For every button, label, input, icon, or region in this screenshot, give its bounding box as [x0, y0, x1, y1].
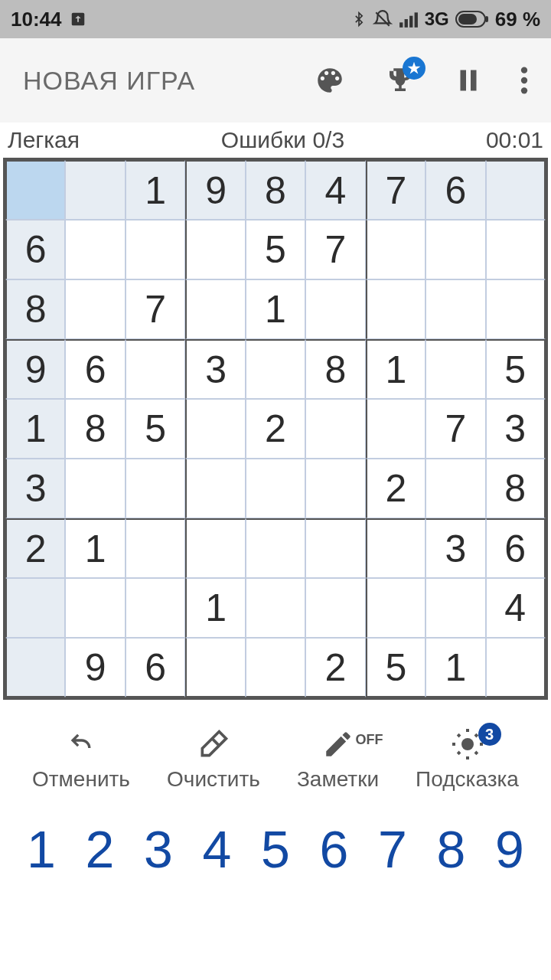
- num-7-button[interactable]: 7: [365, 819, 420, 879]
- cell-r3-c1[interactable]: 6: [65, 339, 125, 399]
- cell-r3-c6[interactable]: 1: [366, 339, 425, 399]
- cell-r6-c2[interactable]: [126, 518, 185, 578]
- cell-r2-c4[interactable]: 1: [246, 279, 305, 339]
- cell-r6-c4[interactable]: [246, 518, 305, 578]
- cell-r2-c5[interactable]: [305, 279, 365, 339]
- cell-r7-c2[interactable]: [126, 578, 185, 638]
- cell-r5-c1[interactable]: [65, 459, 125, 518]
- cell-r1-c8[interactable]: [486, 220, 546, 279]
- hint-button[interactable]: 3 Подсказка: [416, 726, 519, 792]
- trophy-button[interactable]: [384, 64, 416, 96]
- cell-r8-c5[interactable]: 2: [305, 638, 365, 697]
- cell-r3-c2[interactable]: [126, 339, 185, 399]
- cell-r3-c0[interactable]: 9: [5, 339, 65, 399]
- cell-r7-c4[interactable]: [246, 578, 305, 638]
- cell-r2-c3[interactable]: [185, 279, 245, 339]
- cell-r1-c5[interactable]: 7: [305, 220, 365, 279]
- cell-r0-c6[interactable]: 7: [366, 160, 425, 220]
- num-3-button[interactable]: 3: [131, 819, 186, 879]
- cell-r5-c6[interactable]: 2: [366, 459, 425, 518]
- appbar-title[interactable]: НОВАЯ ИГРА: [23, 66, 195, 96]
- cell-r5-c7[interactable]: [425, 459, 485, 518]
- cell-r2-c6[interactable]: [366, 279, 425, 339]
- cell-r1-c2[interactable]: [126, 220, 185, 279]
- cell-r4-c2[interactable]: 5: [126, 399, 185, 459]
- cell-r6-c7[interactable]: 3: [425, 518, 485, 578]
- cell-r1-c3[interactable]: [185, 220, 245, 279]
- undo-button[interactable]: Отменить: [32, 726, 130, 792]
- cell-r5-c8[interactable]: 8: [486, 459, 546, 518]
- cell-r1-c1[interactable]: [65, 220, 125, 279]
- cell-r0-c3[interactable]: 9: [185, 160, 245, 220]
- cell-r2-c1[interactable]: [65, 279, 125, 339]
- cell-r6-c8[interactable]: 6: [486, 518, 546, 578]
- cell-r2-c0[interactable]: 8: [5, 279, 65, 339]
- cell-r0-c8[interactable]: [486, 160, 546, 220]
- cell-r8-c8[interactable]: [486, 638, 546, 697]
- cell-r1-c6[interactable]: [366, 220, 425, 279]
- cell-r8-c2[interactable]: 6: [126, 638, 185, 697]
- cell-r0-c7[interactable]: 6: [425, 160, 485, 220]
- num-4-button[interactable]: 4: [190, 819, 245, 879]
- cell-r1-c4[interactable]: 5: [246, 220, 305, 279]
- num-5-button[interactable]: 5: [248, 819, 303, 879]
- cell-r3-c4[interactable]: [246, 339, 305, 399]
- cell-r4-c1[interactable]: 8: [65, 399, 125, 459]
- cell-r4-c0[interactable]: 1: [5, 399, 65, 459]
- pause-button[interactable]: [455, 64, 482, 96]
- notes-button[interactable]: OFF Заметки: [297, 726, 379, 792]
- cell-r2-c7[interactable]: [425, 279, 485, 339]
- cell-r4-c5[interactable]: [305, 399, 365, 459]
- cell-r7-c7[interactable]: [425, 578, 485, 638]
- cell-r1-c0[interactable]: 6: [5, 220, 65, 279]
- cell-r4-c7[interactable]: 7: [425, 399, 485, 459]
- cell-r7-c0[interactable]: [5, 578, 65, 638]
- cell-r5-c2[interactable]: [126, 459, 185, 518]
- cell-r3-c5[interactable]: 8: [305, 339, 365, 399]
- cell-r6-c5[interactable]: [305, 518, 365, 578]
- cell-r7-c3[interactable]: 1: [185, 578, 245, 638]
- cell-r5-c5[interactable]: [305, 459, 365, 518]
- cell-r0-c4[interactable]: 8: [246, 160, 305, 220]
- cell-r6-c6[interactable]: [366, 518, 425, 578]
- cell-r2-c8[interactable]: [486, 279, 546, 339]
- cell-r4-c3[interactable]: [185, 399, 245, 459]
- cell-r7-c6[interactable]: [366, 578, 425, 638]
- theme-button[interactable]: [314, 64, 346, 96]
- cell-r8-c6[interactable]: 5: [366, 638, 425, 697]
- num-2-button[interactable]: 2: [73, 819, 128, 879]
- cell-r6-c0[interactable]: 2: [5, 518, 65, 578]
- cell-r8-c4[interactable]: [246, 638, 305, 697]
- overflow-menu-button[interactable]: [520, 64, 528, 96]
- cell-r7-c8[interactable]: 4: [486, 578, 546, 638]
- cell-r7-c5[interactable]: [305, 578, 365, 638]
- cell-r6-c3[interactable]: [185, 518, 245, 578]
- num-8-button[interactable]: 8: [424, 819, 479, 879]
- cell-r0-c5[interactable]: 4: [305, 160, 365, 220]
- erase-button[interactable]: Очистить: [167, 726, 260, 792]
- cell-r0-c1[interactable]: [65, 160, 125, 220]
- cell-r3-c8[interactable]: 5: [486, 339, 546, 399]
- cell-r8-c7[interactable]: 1: [425, 638, 485, 697]
- num-6-button[interactable]: 6: [307, 819, 362, 879]
- bluetooth-icon: [351, 9, 367, 29]
- cell-r0-c0[interactable]: [5, 160, 65, 220]
- cell-r4-c4[interactable]: 2: [246, 399, 305, 459]
- cell-r5-c4[interactable]: [246, 459, 305, 518]
- cell-r2-c2[interactable]: 7: [126, 279, 185, 339]
- cell-r3-c3[interactable]: 3: [185, 339, 245, 399]
- cell-r0-c2[interactable]: 1: [126, 160, 185, 220]
- num-1-button[interactable]: 1: [14, 819, 69, 879]
- cell-r7-c1[interactable]: [65, 578, 125, 638]
- cell-r4-c8[interactable]: 3: [486, 399, 546, 459]
- cell-r1-c7[interactable]: [425, 220, 485, 279]
- cell-r5-c0[interactable]: 3: [5, 459, 65, 518]
- cell-r4-c6[interactable]: [366, 399, 425, 459]
- cell-r6-c1[interactable]: 1: [65, 518, 125, 578]
- num-9-button[interactable]: 9: [482, 819, 537, 879]
- cell-r8-c1[interactable]: 9: [65, 638, 125, 697]
- cell-r8-c3[interactable]: [185, 638, 245, 697]
- cell-r5-c3[interactable]: [185, 459, 245, 518]
- cell-r3-c7[interactable]: [425, 339, 485, 399]
- cell-r8-c0[interactable]: [5, 638, 65, 697]
